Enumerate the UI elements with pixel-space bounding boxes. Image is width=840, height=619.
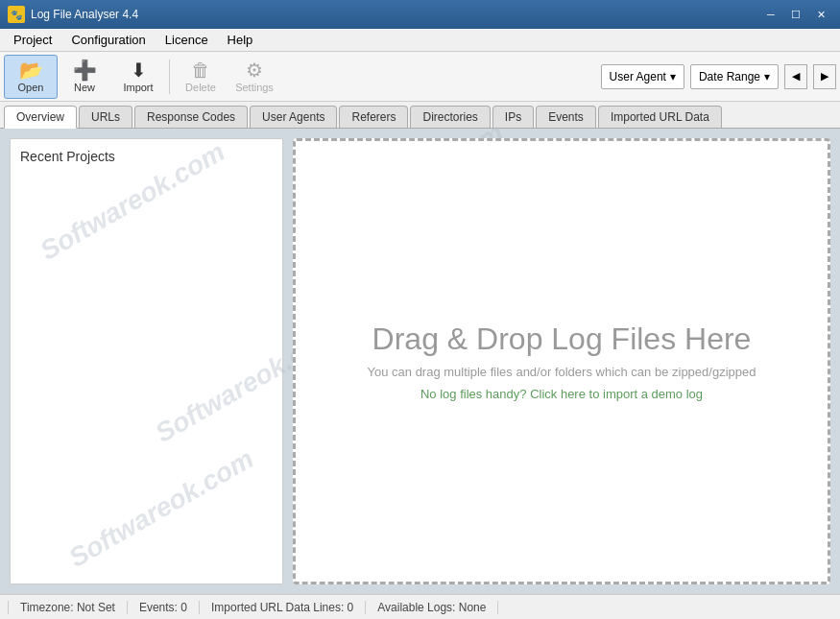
drop-zone-title: Drag & Drop Log Files Here	[372, 321, 752, 357]
new-button[interactable]: ➕ New	[58, 55, 111, 99]
tabs: Overview URLs Response Codes User Agents…	[0, 102, 840, 129]
date-range-chevron-icon: ▾	[764, 70, 770, 83]
delete-label: Delete	[185, 82, 216, 93]
menu-bar: Project Configuration Licence Help	[0, 29, 840, 52]
menu-configuration[interactable]: Configuration	[61, 31, 155, 49]
tab-response-codes[interactable]: Response Codes	[134, 106, 248, 128]
open-button[interactable]: 📂 Open	[4, 55, 58, 99]
import-label: Import	[123, 82, 153, 93]
user-agent-dropdown[interactable]: User Agent ▾	[601, 64, 684, 89]
maximize-button[interactable]: ☐	[784, 5, 807, 24]
tab-imported-url-data[interactable]: Imported URL Data	[598, 106, 722, 128]
toolbar: 📂 Open ➕ New ⬇ Import 🗑 Delete ⚙ Setting…	[0, 52, 840, 102]
status-bar: Timezone: Not Set Events: 0 Imported URL…	[0, 594, 840, 619]
settings-button: ⚙ Settings	[228, 55, 281, 99]
tab-urls[interactable]: URLs	[79, 106, 132, 128]
status-timezone: Timezone: Not Set	[8, 601, 128, 614]
date-range-label: Date Range	[699, 70, 760, 83]
menu-licence[interactable]: Licence	[156, 31, 218, 49]
import-icon: ⬇	[131, 60, 147, 80]
tab-events[interactable]: Events	[536, 106, 596, 128]
user-agent-label: User Agent	[610, 70, 666, 83]
minimize-button[interactable]: ─	[759, 5, 782, 24]
menu-project[interactable]: Project	[4, 31, 61, 49]
date-range-dropdown[interactable]: Date Range ▾	[690, 64, 779, 89]
import-button[interactable]: ⬇ Import	[111, 55, 165, 99]
settings-icon: ⚙	[246, 60, 263, 80]
drop-zone-subtitle: You can drag multiple files and/or folde…	[368, 365, 756, 379]
main-content: Softwareok.com Softwareok.com Softwareok…	[0, 129, 840, 594]
demo-log-link[interactable]: No log files handy? Click here to import…	[420, 387, 703, 401]
app-icon: 🐾	[8, 6, 25, 23]
tab-directories[interactable]: Directories	[410, 106, 490, 128]
recent-projects-title: Recent Projects	[20, 149, 273, 164]
user-agent-chevron-icon: ▾	[670, 70, 676, 83]
delete-button: 🗑 Delete	[174, 55, 228, 99]
title-bar: 🐾 Log File Analyser 4.4 ─ ☐ ✕	[0, 0, 840, 29]
recent-projects-panel: Recent Projects	[10, 138, 283, 584]
prev-button[interactable]: ◀	[784, 64, 807, 89]
status-imported-lines: Imported URL Data Lines: 0	[200, 601, 366, 614]
tab-referers[interactable]: Referers	[339, 106, 408, 128]
toolbar-separator	[169, 60, 170, 94]
app-title: Log File Analyser 4.4	[31, 8, 759, 21]
tab-user-agents[interactable]: User Agents	[250, 106, 337, 128]
close-button[interactable]: ✕	[809, 5, 832, 24]
tab-ips[interactable]: IPs	[492, 106, 534, 128]
open-icon: 📂	[19, 60, 43, 80]
drop-zone[interactable]: Drag & Drop Log Files Here You can drag …	[293, 138, 830, 584]
new-icon: ➕	[73, 60, 97, 80]
settings-label: Settings	[235, 82, 274, 93]
menu-help[interactable]: Help	[218, 31, 263, 49]
new-label: New	[74, 82, 95, 93]
tab-overview[interactable]: Overview	[4, 106, 77, 129]
status-available-logs: Available Logs: None	[366, 601, 498, 614]
window-controls: ─ ☐ ✕	[759, 5, 832, 24]
status-events: Events: 0	[128, 601, 200, 614]
delete-icon: 🗑	[191, 60, 210, 80]
next-button[interactable]: ▶	[813, 64, 836, 89]
toolbar-right: User Agent ▾ Date Range ▾ ◀ ▶	[601, 64, 836, 89]
open-label: Open	[18, 82, 44, 93]
